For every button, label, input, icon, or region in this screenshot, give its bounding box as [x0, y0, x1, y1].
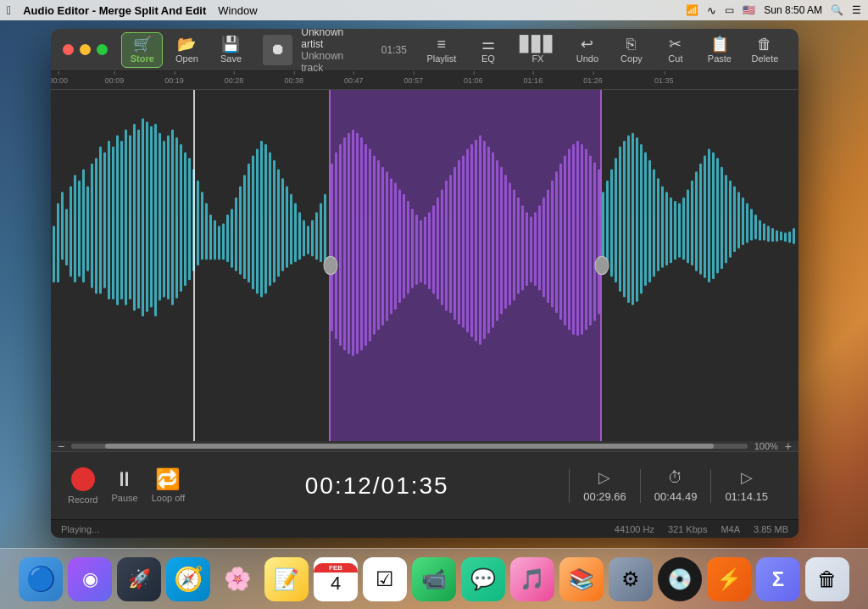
dock-item-trash[interactable]: 🗑 — [805, 557, 849, 601]
fx-button[interactable]: ▊▊▊ FX — [512, 33, 564, 67]
delete-button[interactable]: 🗑 Delete — [743, 33, 787, 67]
loop-button[interactable]: 🔁 Loop off — [152, 469, 186, 503]
dock-item-facetime[interactable]: 📹 — [412, 557, 456, 601]
svg-rect-63 — [315, 212, 318, 260]
svg-rect-181 — [193, 90, 195, 441]
svg-rect-28 — [167, 135, 170, 299]
undo-button[interactable]: ↩ Undo — [567, 33, 608, 67]
menubar-icon-menu[interactable]: ☰ — [852, 4, 861, 16]
track-name: Unknown track — [301, 50, 366, 74]
track-duration: 01:35 — [381, 44, 407, 56]
menubar-icon-bluetooth[interactable]: ∿ — [707, 4, 716, 17]
eq-button[interactable]: ⚌ EQ — [468, 33, 509, 67]
svg-rect-142 — [453, 167, 456, 320]
paste-icon: 📋 — [710, 36, 729, 52]
svg-rect-68 — [610, 169, 613, 277]
save-button[interactable]: 💾 Save — [210, 33, 251, 67]
svg-rect-163 — [542, 198, 545, 298]
dock-item-notes[interactable]: 📝 — [264, 557, 309, 601]
ruler-mark-4: 00:38 — [284, 76, 303, 85]
paste-button[interactable]: 📋 Paste — [699, 33, 740, 67]
svg-rect-49 — [256, 148, 259, 293]
format: M4A — [721, 524, 740, 534]
svg-rect-81 — [665, 192, 668, 265]
svg-point-180 — [595, 256, 609, 274]
apple-menu[interactable]:  — [7, 3, 11, 17]
dock-item-itunes[interactable]: 🎵 — [510, 557, 554, 601]
dock-item-calendar[interactable]: FEB 4 — [314, 557, 358, 601]
svg-rect-55 — [281, 178, 284, 271]
scrollbar-track[interactable] — [71, 444, 747, 449]
cue-point-1[interactable]: ▷ 00:29.66 — [570, 468, 640, 503]
dock-item-safari[interactable]: 🧭 — [166, 557, 210, 601]
transport-bar: Record ⏸ Pause 🔁 Loop off 00:12/01:35 ▷ — [51, 451, 798, 519]
waveform-svg — [51, 90, 798, 441]
svg-rect-152 — [496, 160, 498, 321]
svg-rect-25 — [154, 124, 157, 316]
copy-button[interactable]: ⎘ Copy — [611, 33, 652, 67]
menubar-icon-airplay[interactable]: ▭ — [725, 4, 734, 16]
playlist-button[interactable]: ≡ Playlist — [419, 33, 465, 67]
svg-rect-4 — [65, 209, 68, 265]
cue-point-2[interactable]: ⏱ 00:44.49 — [641, 469, 711, 503]
svg-rect-70 — [619, 147, 621, 292]
dock-item-photos[interactable]: 🌸 — [215, 557, 259, 601]
dock-item-reminders[interactable]: ☑ — [363, 557, 407, 601]
svg-rect-79 — [657, 178, 659, 271]
dock-item-sigma[interactable]: Σ — [756, 557, 800, 601]
dock-item-finder[interactable]: 🔵 — [19, 557, 63, 601]
loop-icon: 🔁 — [155, 469, 181, 489]
scrollbar-thumb[interactable] — [105, 444, 714, 449]
svg-rect-126 — [386, 171, 388, 321]
status-bar: Playing... 44100 Hz 321 Kbps M4A 3.85 MB — [51, 519, 798, 538]
svg-rect-127 — [390, 178, 392, 314]
svg-rect-110 — [788, 232, 791, 243]
playlist-label: Playlist — [426, 53, 456, 64]
svg-rect-124 — [377, 160, 380, 330]
svg-rect-139 — [441, 190, 443, 305]
svg-rect-109 — [784, 232, 787, 242]
maximize-button[interactable] — [97, 44, 108, 55]
store-button[interactable]: 🛒 Store — [121, 32, 163, 68]
window-menu[interactable]: Window — [218, 4, 257, 17]
dock-item-sysprefs[interactable]: ⚙ — [609, 557, 653, 601]
dock-item-siri[interactable]: ◉ — [68, 557, 112, 601]
svg-rect-3 — [61, 192, 64, 260]
app-name-menu[interactable]: Audio Editor - Merge Split And Edit — [23, 4, 206, 17]
svg-rect-118 — [352, 130, 354, 356]
svg-rect-160 — [530, 217, 532, 282]
open-button[interactable]: 📂 Open — [166, 33, 207, 67]
svg-rect-174 — [589, 155, 592, 325]
menubar-icon-search[interactable]: 🔍 — [831, 4, 843, 16]
svg-rect-15 — [112, 147, 114, 299]
svg-rect-32 — [184, 152, 186, 286]
svg-rect-30 — [175, 137, 178, 299]
dock-item-messages[interactable]: 💬 — [461, 557, 505, 601]
svg-rect-40 — [218, 226, 220, 260]
dock-item-audio[interactable]: 💿 — [658, 557, 702, 601]
svg-rect-14 — [108, 141, 110, 299]
dock-item-launchpad[interactable]: 🚀 — [117, 557, 161, 601]
waveform-area[interactable] — [51, 90, 798, 441]
svg-rect-153 — [500, 167, 503, 315]
pause-button[interactable]: ⏸ Pause — [111, 469, 137, 503]
svg-rect-148 — [479, 135, 481, 344]
svg-rect-51 — [264, 144, 267, 293]
svg-rect-145 — [466, 148, 469, 332]
menubar-icon-flag[interactable]: 🇺🇸 — [743, 4, 755, 16]
cut-button[interactable]: ✂ Cut — [655, 33, 696, 67]
svg-rect-60 — [303, 221, 305, 257]
svg-rect-50 — [260, 141, 263, 297]
dock-item-ibooks[interactable]: 📚 — [559, 557, 604, 601]
svg-rect-61 — [307, 226, 309, 254]
close-button[interactable] — [63, 44, 74, 55]
cue-point-3[interactable]: ▷ 01:14.15 — [711, 468, 782, 503]
minimize-button[interactable] — [80, 44, 91, 55]
fx-icon: ▊▊▊ — [520, 36, 555, 52]
svg-rect-43 — [231, 209, 233, 267]
dock-item-spark[interactable]: ⚡ — [707, 557, 751, 601]
record-button[interactable]: Record — [68, 467, 97, 505]
svg-rect-103 — [759, 221, 761, 241]
menubar-icon-wifi[interactable]: 📶 — [686, 4, 698, 16]
ruler-mark-6: 00:57 — [404, 76, 424, 85]
